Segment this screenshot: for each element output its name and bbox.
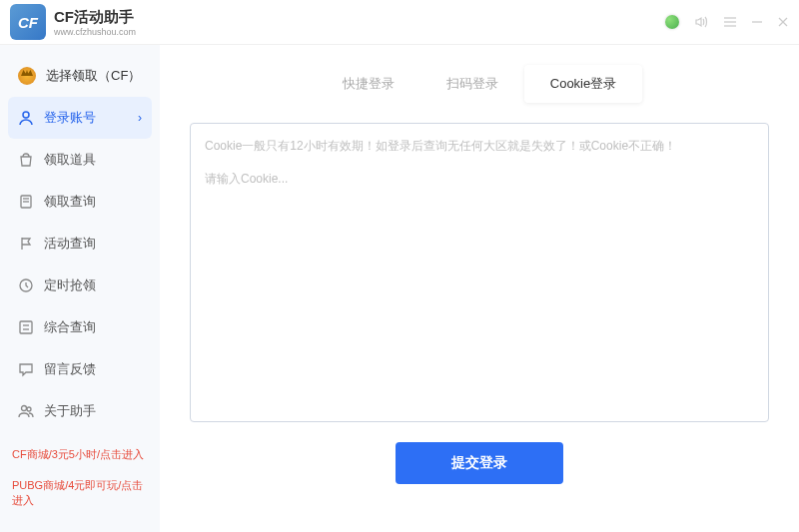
status-indicator-icon: [665, 15, 679, 29]
sidebar-item-comprehensive[interactable]: 综合查询: [0, 306, 160, 348]
svg-rect-11: [20, 321, 32, 333]
clock-icon: [18, 277, 34, 293]
sidebar-item-schedule[interactable]: 定时抢领: [0, 265, 160, 306]
app-logo: CF: [10, 4, 46, 40]
flag-icon: [18, 236, 34, 252]
content-area: 快捷登录 扫码登录 Cookie登录 Cookie一般只有12小时有效期！如登录…: [160, 45, 799, 532]
user-icon: [18, 110, 34, 126]
list-icon: [18, 319, 34, 335]
app-title: CF活动助手: [54, 8, 136, 27]
svg-point-14: [22, 406, 27, 411]
svg-point-15: [27, 407, 31, 411]
sidebar-item-label: 综合查询: [44, 318, 96, 336]
receipt-icon: [18, 194, 34, 210]
submit-button[interactable]: 提交登录: [396, 442, 563, 484]
titlebar: CF CF活动助手 www.cfzhushou.com: [0, 0, 799, 45]
sidebar-item-claim[interactable]: 领取道具: [0, 139, 160, 181]
sidebar-item-about[interactable]: 关于助手: [0, 390, 160, 432]
minimize-button[interactable]: [751, 16, 763, 28]
tab-cookie-login[interactable]: Cookie登录: [524, 65, 642, 103]
tab-quick-login[interactable]: 快捷登录: [317, 65, 420, 103]
users-icon: [18, 403, 34, 419]
title-block: CF活动助手 www.cfzhushou.com: [54, 8, 136, 37]
sidebar-item-label: 定时抢领: [44, 276, 96, 294]
cookie-panel: Cookie一般只有12小时有效期！如登录后查询无任何大区就是失效了！或Cook…: [190, 123, 769, 422]
sidebar-item-label: 登录账号: [44, 109, 96, 127]
crown-icon: [18, 67, 36, 85]
sidebar-item-label: 关于助手: [44, 402, 96, 420]
sidebar-item-feedback[interactable]: 留言反馈: [0, 348, 160, 390]
bag-icon: [18, 152, 34, 168]
sidebar: 选择领取（CF） 登录账号 › 领取道具 领取查询 活动查询: [0, 45, 160, 532]
login-tabs: 快捷登录 扫码登录 Cookie登录: [190, 65, 769, 103]
sidebar-item-activity-query[interactable]: 活动查询: [0, 223, 160, 265]
close-button[interactable]: [777, 16, 789, 28]
cookie-input[interactable]: [205, 171, 754, 410]
promo-link-cf[interactable]: CF商城/3元5小时/点击进入: [6, 439, 154, 470]
sidebar-item-label: 领取查询: [44, 193, 96, 211]
sidebar-item-label: 领取道具: [44, 151, 96, 169]
sidebar-item-label: 留言反馈: [44, 360, 96, 378]
sidebar-item-claim-query[interactable]: 领取查询: [0, 181, 160, 223]
menu-icon[interactable]: [723, 15, 737, 29]
volume-icon[interactable]: [693, 14, 709, 30]
svg-point-6: [23, 112, 29, 118]
sidebar-item-select[interactable]: 选择领取（CF）: [0, 55, 160, 97]
cookie-hint-text: Cookie一般只有12小时有效期！如登录后查询无任何大区就是失效了！或Cook…: [205, 138, 754, 155]
app-subtitle: www.cfzhushou.com: [54, 27, 136, 37]
sidebar-item-label: 活动查询: [44, 235, 96, 253]
sidebar-item-label: 选择领取（CF）: [46, 67, 141, 85]
sidebar-item-login[interactable]: 登录账号 ›: [8, 97, 152, 139]
tab-scan-login[interactable]: 扫码登录: [420, 65, 524, 103]
chevron-right-icon: ›: [138, 111, 142, 125]
promo-link-pubg[interactable]: PUBG商城/4元即可玩/点击进入: [6, 470, 154, 516]
chat-icon: [18, 361, 34, 377]
